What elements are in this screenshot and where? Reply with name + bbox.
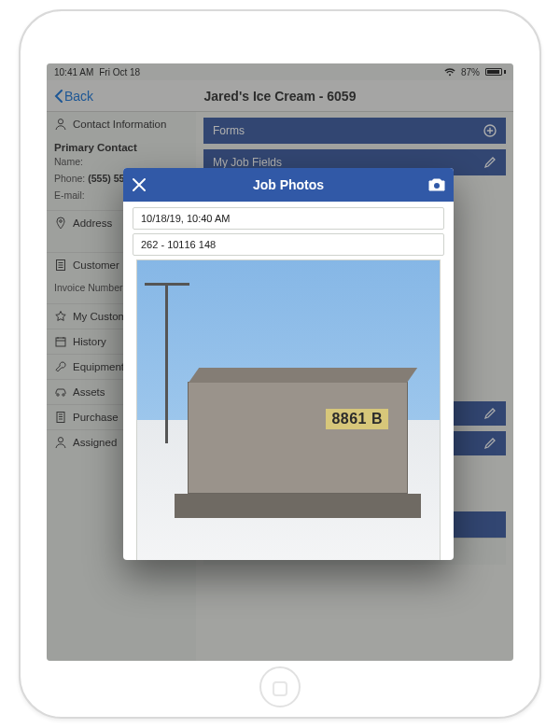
modal-title: Job Photos [253, 177, 324, 192]
battery-percent: 87% [461, 67, 480, 77]
svg-point-0 [58, 119, 63, 124]
svg-point-4 [57, 393, 59, 395]
unit-tag: 8861 B [326, 409, 388, 429]
job-photos-modal: Job Photos 10/18/19, 10:40 AM 262 - 1011… [123, 168, 454, 560]
sidebar-item-label: Purchase [73, 412, 119, 423]
sidebar-item-label: Assets [73, 386, 105, 398]
unit-base [175, 494, 421, 518]
document-icon [54, 259, 67, 272]
wrench-icon [54, 360, 67, 373]
email-label: E-mail: [54, 189, 85, 201]
calendar-icon [54, 335, 67, 348]
wifi-icon [444, 68, 455, 77]
name-label: Name: [54, 156, 83, 167]
svg-point-7 [58, 437, 63, 441]
camera-button[interactable] [427, 177, 446, 192]
pencil-icon[interactable] [483, 407, 497, 420]
pole [165, 285, 168, 443]
close-button[interactable] [131, 176, 147, 193]
status-date: Fri Oct 18 [99, 67, 140, 77]
person-icon [54, 118, 67, 131]
sidebar-item-label: Contact Information [73, 119, 166, 130]
svg-point-5 [63, 393, 64, 395]
modal-body: 10/18/19, 10:40 AM 262 - 10116 148 8861 … [123, 202, 454, 560]
svg-rect-3 [56, 338, 65, 346]
star-icon [54, 310, 67, 323]
sidebar-item-contact[interactable]: Contact Information [47, 112, 196, 136]
pencil-icon[interactable] [483, 156, 497, 169]
pin-icon [54, 217, 67, 230]
pencil-icon[interactable] [483, 437, 497, 450]
ipad-frame: 10:41 AM Fri Oct 18 87% Back Jared's Ice… [19, 9, 541, 719]
status-time: 10:41 AM [54, 67, 93, 77]
status-bar: 10:41 AM Fri Oct 18 87% [47, 63, 513, 80]
battery-icon [485, 68, 506, 76]
plus-circle-icon[interactable] [483, 124, 497, 137]
hvac-unit: 8861 B [188, 382, 408, 494]
page-title: Jared's Ice Cream - 6059 [204, 89, 357, 104]
primary-contact-block: Primary Contact [47, 136, 196, 155]
sidebar-item-label: Address [73, 217, 112, 229]
modal-header: Job Photos [123, 168, 454, 202]
panel-label: Forms [213, 124, 245, 137]
chevron-left-icon [54, 90, 63, 103]
primary-contact-heading: Primary Contact [54, 142, 189, 153]
reference-field[interactable]: 262 - 10116 148 [133, 233, 444, 256]
car-icon [54, 385, 67, 399]
nav-bar: Back Jared's Ice Cream - 6059 [47, 80, 513, 112]
sidebar-item-label: History [73, 336, 106, 347]
phone-label: Phone: [54, 173, 85, 184]
sidebar-item-label: My Custom [73, 311, 127, 322]
camera-icon [427, 177, 446, 192]
job-photo[interactable]: 8861 B [136, 259, 441, 560]
screen: 10:41 AM Fri Oct 18 87% Back Jared's Ice… [47, 63, 513, 661]
back-label: Back [64, 89, 93, 104]
timestamp-field[interactable]: 10/18/19, 10:40 AM [133, 207, 444, 230]
sidebar-item-label: Customer [73, 259, 119, 271]
panel-forms[interactable]: Forms [203, 118, 506, 144]
invoice-label: Invoice Number: [54, 282, 125, 293]
svg-point-9 [434, 183, 440, 189]
home-button[interactable] [273, 681, 287, 696]
sidebar-item-label: Assigned [73, 437, 117, 448]
panel-label: My Job Fields [213, 156, 282, 169]
sidebar-item-label: Equipment [73, 361, 124, 372]
close-icon [131, 176, 147, 193]
person-icon [54, 436, 67, 449]
svg-point-1 [60, 219, 63, 222]
receipt-icon [54, 411, 67, 424]
back-button[interactable]: Back [54, 89, 93, 104]
